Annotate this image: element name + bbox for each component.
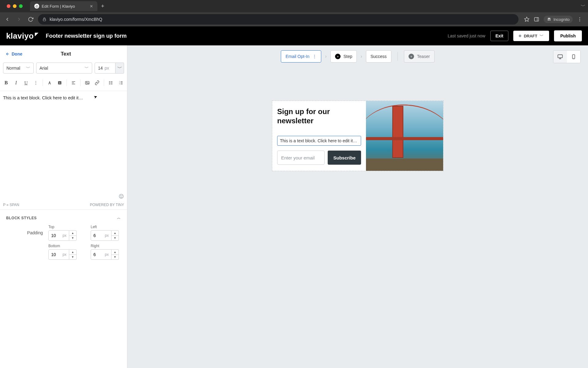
- arrow-left-icon: [6, 52, 10, 56]
- padding-bottom-value: 10: [51, 252, 56, 257]
- mobile-preview-button[interactable]: [567, 51, 580, 63]
- text-style-value: Normal: [6, 66, 20, 71]
- unit-label: px: [62, 252, 66, 257]
- padding-left-input[interactable]: 6 px: [91, 230, 111, 241]
- panel-icon[interactable]: [534, 17, 539, 22]
- highlight-color-button[interactable]: A: [55, 78, 64, 88]
- desktop-preview-button[interactable]: [553, 51, 567, 63]
- nav-reload-icon[interactable]: [26, 15, 35, 24]
- block-styles-section-toggle[interactable]: BLOCK STYLES ︿: [0, 210, 127, 223]
- underline-button[interactable]: U: [22, 78, 30, 88]
- editor-content: This is a text block. Click here to edit…: [3, 95, 83, 100]
- svg-text:3: 3: [119, 83, 120, 85]
- chevron-down-icon[interactable]: ▼: [69, 236, 76, 241]
- bold-button[interactable]: B: [2, 78, 10, 88]
- tab-title: Edit Form | Klaviyo: [42, 4, 75, 9]
- tab-close-icon[interactable]: ✕: [90, 4, 93, 9]
- desktop-icon: [557, 54, 563, 60]
- plus-icon: ＋: [335, 54, 341, 59]
- bullet-list-button[interactable]: [107, 78, 115, 88]
- padding-top-stepper[interactable]: ▲▼: [69, 230, 77, 241]
- status-dropdown[interactable]: DRAFT ﹀: [513, 31, 549, 41]
- bridge-image-decor: [366, 137, 443, 140]
- padding-top-value: 10: [51, 233, 56, 238]
- insert-image-button[interactable]: [83, 78, 92, 88]
- subscribe-button[interactable]: Subscribe: [328, 151, 361, 165]
- toolbar-separator: [104, 79, 104, 86]
- text-editor[interactable]: This is a text block. Click here to edit…: [0, 91, 127, 201]
- align-button[interactable]: [69, 78, 78, 88]
- svg-rect-34: [558, 55, 563, 58]
- padding-top-input[interactable]: 10 px: [48, 230, 69, 241]
- email-input[interactable]: Enter your email: [277, 151, 325, 165]
- step-success[interactable]: Success: [366, 50, 391, 63]
- browser-menu-icon[interactable]: [577, 17, 582, 22]
- bookmark-icon[interactable]: [524, 17, 530, 22]
- svg-point-7: [579, 19, 580, 20]
- incognito-badge[interactable]: Incognito: [544, 16, 573, 23]
- chevron-down-icon[interactable]: ▼: [69, 255, 76, 260]
- emoji-picker-button[interactable]: [119, 194, 124, 199]
- favicon-icon: ◴: [34, 4, 39, 9]
- element-path[interactable]: P » SPAN: [3, 203, 19, 207]
- svg-rect-2: [534, 17, 539, 21]
- svg-point-9: [36, 81, 36, 82]
- font-size-input[interactable]: 14 px: [95, 63, 115, 74]
- form-image[interactable]: [366, 101, 443, 171]
- padding-right-input[interactable]: 6 px: [91, 249, 111, 260]
- padding-bottom-input[interactable]: 10 px: [48, 249, 69, 260]
- app-logo[interactable]: klaviyo ◤: [6, 31, 39, 41]
- chevron-down-icon: ﹀: [540, 33, 544, 39]
- exit-button[interactable]: Exit: [490, 31, 509, 41]
- logo-mark-icon: ◤: [35, 32, 38, 36]
- step-menu-icon[interactable]: ⋮: [312, 54, 317, 59]
- numbered-list-button[interactable]: 123: [117, 78, 125, 88]
- font-family-select[interactable]: Arial ﹀: [36, 63, 92, 74]
- italic-button[interactable]: I: [12, 78, 20, 88]
- chevron-up-icon[interactable]: ▲: [111, 231, 119, 236]
- form-title: Footer newsletter sign up form: [46, 33, 127, 39]
- plus-icon: ＋: [409, 54, 414, 59]
- text-color-button[interactable]: [45, 78, 54, 88]
- chevron-right-icon: ›: [325, 54, 326, 59]
- text-style-select[interactable]: Normal ﹀: [3, 63, 34, 74]
- step-email-opt-in[interactable]: Email Opt-In ⋮: [281, 50, 321, 63]
- window-minimize-icon[interactable]: [13, 4, 17, 8]
- chevron-up-icon[interactable]: ▲: [69, 250, 76, 255]
- chevron-up-icon[interactable]: ▲: [111, 250, 119, 255]
- padding-left-stepper[interactable]: ▲▼: [111, 230, 119, 241]
- font-size-stepper[interactable]: ﹀: [115, 63, 124, 74]
- chevron-down-icon[interactable]: ▼: [111, 236, 119, 241]
- add-step-button[interactable]: ＋ Step: [330, 50, 357, 63]
- browser-tab[interactable]: ◴ Edit Form | Klaviyo ✕: [30, 1, 97, 11]
- padding-left-value: 6: [93, 233, 96, 238]
- tabs-dropdown-icon[interactable]: ﹀: [581, 3, 588, 10]
- toolbar-separator: [80, 79, 81, 86]
- nav-back-icon[interactable]: [3, 15, 12, 24]
- form-heading[interactable]: Sign up for our newsletter: [277, 107, 361, 125]
- window-close-icon[interactable]: [7, 4, 10, 8]
- selected-text-block[interactable]: This is a text block. Click here to edit…: [277, 136, 361, 146]
- unit-label: px: [105, 233, 109, 238]
- more-formatting-button[interactable]: [32, 78, 40, 88]
- font-size-unit: px: [105, 66, 109, 71]
- svg-point-19: [109, 81, 110, 82]
- teaser-label: Teaser: [417, 54, 430, 59]
- padding-right-stepper[interactable]: ▲▼: [111, 249, 119, 260]
- publish-button[interactable]: Publish: [554, 30, 582, 41]
- svg-point-20: [109, 82, 110, 83]
- padding-bottom-stepper[interactable]: ▲▼: [69, 249, 77, 260]
- block-styles-label: BLOCK STYLES: [6, 216, 37, 220]
- add-teaser-button[interactable]: ＋ Teaser: [404, 50, 435, 63]
- form-preview[interactable]: Sign up for our newsletter This is a tex…: [272, 101, 443, 171]
- url-field[interactable]: klaviyo.com/forms/XmcBhQ: [38, 14, 518, 25]
- chevron-down-icon[interactable]: ▼: [111, 255, 119, 260]
- window-zoom-icon[interactable]: [19, 4, 23, 8]
- new-tab-button[interactable]: +: [97, 3, 108, 10]
- insert-link-button[interactable]: [93, 78, 101, 88]
- email-placeholder: Enter your email: [281, 155, 315, 160]
- chevron-up-icon[interactable]: ▲: [69, 231, 76, 236]
- bridge-image-decor: [366, 159, 443, 171]
- unit-label: px: [105, 252, 109, 257]
- svg-point-10: [36, 82, 36, 83]
